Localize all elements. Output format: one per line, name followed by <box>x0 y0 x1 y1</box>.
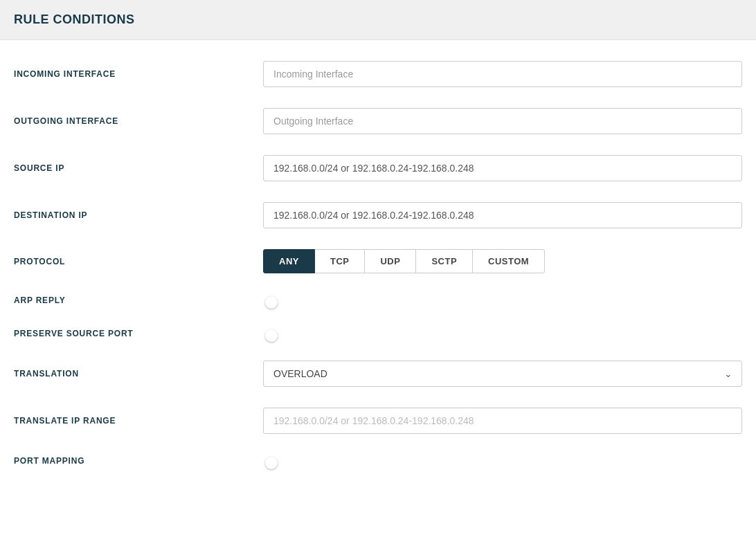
source-ip-row: SOURCE IP <box>14 155 742 181</box>
protocol-sctp-button[interactable]: SCTP <box>415 249 473 273</box>
source-ip-input[interactable] <box>263 155 742 181</box>
outgoing-interface-input[interactable] <box>263 108 742 134</box>
source-ip-control <box>263 155 742 181</box>
incoming-interface-control <box>263 61 742 87</box>
incoming-interface-label: INCOMING INTERFACE <box>14 69 263 79</box>
preserve-source-port-thumb <box>265 329 278 342</box>
protocol-row: PROTOCOL ANY TCP UDP SCTP CUSTOM <box>14 249 742 273</box>
arp-reply-row: ARP REPLY <box>14 294 742 307</box>
translation-select[interactable]: OVERLOAD STATIC NAT DYNAMIC NAT <box>263 361 742 387</box>
port-mapping-row: PORT MAPPING <box>14 455 742 467</box>
incoming-interface-row: INCOMING INTERFACE <box>14 61 742 87</box>
translation-row: TRANSLATION OVERLOAD STATIC NAT DYNAMIC … <box>14 361 742 387</box>
source-ip-label: SOURCE IP <box>14 163 263 173</box>
outgoing-interface-label: OUTGOING INTERFACE <box>14 116 263 126</box>
outgoing-interface-control <box>263 108 742 134</box>
protocol-udp-button[interactable]: UDP <box>364 249 416 273</box>
arp-reply-control <box>263 294 742 307</box>
incoming-interface-input[interactable] <box>263 61 742 87</box>
preserve-source-port-label: PRESERVE SOURCE PORT <box>14 329 263 338</box>
protocol-control: ANY TCP UDP SCTP CUSTOM <box>263 249 742 273</box>
translation-label: TRANSLATION <box>14 369 263 379</box>
page-container: RULE CONDITIONS INCOMING INTERFACE OUTGO… <box>0 0 756 546</box>
protocol-button-group: ANY TCP UDP SCTP CUSTOM <box>263 249 742 273</box>
translate-ip-range-input[interactable] <box>263 408 742 434</box>
destination-ip-input[interactable] <box>263 202 742 228</box>
destination-ip-row: DESTINATION IP <box>14 202 742 228</box>
translation-select-wrapper: OVERLOAD STATIC NAT DYNAMIC NAT ⌄ <box>263 361 742 387</box>
destination-ip-control <box>263 202 742 228</box>
page-header: RULE CONDITIONS <box>0 0 756 40</box>
arp-reply-thumb <box>265 296 278 309</box>
port-mapping-thumb <box>265 457 278 469</box>
rule-conditions-form: INCOMING INTERFACE OUTGOING INTERFACE SO… <box>0 40 756 509</box>
preserve-source-port-row: PRESERVE SOURCE PORT <box>14 327 742 340</box>
preserve-source-port-control <box>263 327 742 340</box>
port-mapping-label: PORT MAPPING <box>14 456 263 466</box>
outgoing-interface-row: OUTGOING INTERFACE <box>14 108 742 134</box>
arp-reply-label: ARP REPLY <box>14 295 263 305</box>
translation-control: OVERLOAD STATIC NAT DYNAMIC NAT ⌄ <box>263 361 742 387</box>
protocol-custom-button[interactable]: CUSTOM <box>472 249 545 273</box>
protocol-any-button[interactable]: ANY <box>263 249 315 273</box>
destination-ip-label: DESTINATION IP <box>14 210 263 220</box>
translate-ip-range-label: TRANSLATE IP RANGE <box>14 416 263 426</box>
translate-ip-range-control <box>263 408 742 434</box>
protocol-tcp-button[interactable]: TCP <box>314 249 366 273</box>
port-mapping-control <box>263 455 742 467</box>
protocol-label: PROTOCOL <box>14 257 263 266</box>
page-title: RULE CONDITIONS <box>14 12 135 26</box>
translate-ip-range-row: TRANSLATE IP RANGE <box>14 408 742 434</box>
